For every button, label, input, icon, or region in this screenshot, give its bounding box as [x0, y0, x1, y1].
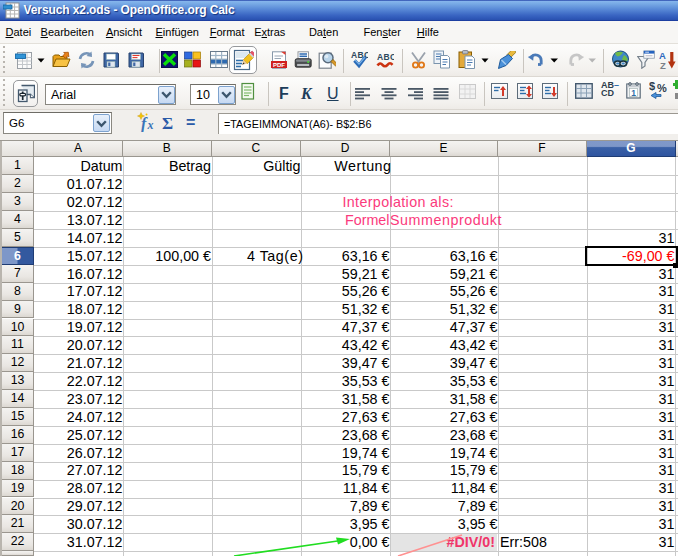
svg-text:Σ: Σ	[162, 114, 173, 132]
svg-text:ABC: ABC	[377, 52, 394, 62]
svg-text:Z: Z	[660, 60, 666, 70]
svg-text:x: x	[147, 118, 154, 132]
svg-text:$: $	[649, 80, 655, 92]
svg-text:=: =	[186, 114, 195, 131]
svg-text:1: 1	[631, 88, 636, 98]
svg-text:PDF: PDF	[273, 62, 285, 68]
svg-text:%: %	[657, 82, 667, 94]
